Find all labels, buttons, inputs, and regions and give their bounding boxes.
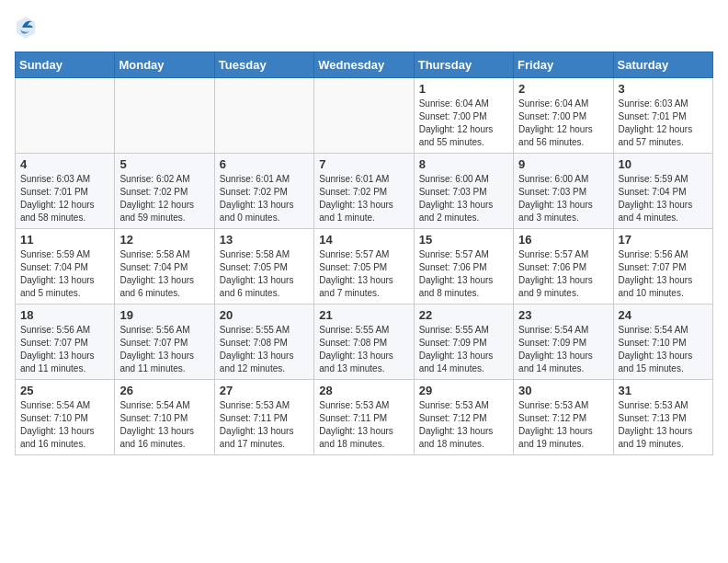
day-number: 23 — [518, 308, 608, 322]
calendar-cell: 15Sunrise: 5:57 AM Sunset: 7:06 PM Dayli… — [414, 229, 513, 304]
logo-icon — [15, 15, 37, 40]
day-number: 31 — [619, 384, 708, 397]
day-info: Sunrise: 6:01 AM Sunset: 7:02 PM Dayligh… — [319, 173, 408, 224]
day-number: 10 — [619, 157, 708, 171]
day-number: 12 — [119, 233, 209, 247]
calendar-cell: 17Sunrise: 5:56 AM Sunset: 7:07 PM Dayli… — [613, 229, 712, 304]
calendar-cell: 4Sunrise: 6:03 AM Sunset: 7:01 PM Daylig… — [16, 154, 115, 229]
calendar-cell: 14Sunrise: 5:57 AM Sunset: 7:05 PM Dayli… — [314, 229, 414, 304]
day-number: 2 — [518, 82, 608, 96]
calendar-cell: 9Sunrise: 6:00 AM Sunset: 7:03 PM Daylig… — [514, 154, 613, 229]
day-number: 5 — [119, 157, 209, 171]
day-info: Sunrise: 6:00 AM Sunset: 7:03 PM Dayligh… — [518, 173, 608, 224]
column-header-wednesday: Wednesday — [314, 52, 414, 78]
day-number: 8 — [419, 157, 508, 171]
day-number: 21 — [319, 308, 408, 322]
calendar-cell: 16Sunrise: 5:57 AM Sunset: 7:06 PM Dayli… — [514, 229, 613, 304]
day-number: 29 — [419, 384, 508, 397]
column-header-thursday: Thursday — [414, 52, 513, 78]
day-number: 24 — [619, 308, 708, 322]
day-info: Sunrise: 5:59 AM Sunset: 7:04 PM Dayligh… — [20, 248, 109, 300]
calendar-cell: 24Sunrise: 5:54 AM Sunset: 7:10 PM Dayli… — [613, 304, 712, 380]
day-number: 28 — [319, 384, 408, 397]
day-number: 14 — [319, 233, 408, 247]
day-info: Sunrise: 5:54 AM Sunset: 7:10 PM Dayligh… — [20, 399, 109, 451]
day-info: Sunrise: 6:03 AM Sunset: 7:01 PM Dayligh… — [20, 173, 109, 224]
calendar-cell: 19Sunrise: 5:56 AM Sunset: 7:07 PM Dayli… — [115, 304, 214, 380]
page-header — [15, 15, 713, 40]
column-header-sunday: Sunday — [16, 52, 115, 78]
day-number: 18 — [20, 308, 109, 322]
calendar-cell: 30Sunrise: 5:53 AM Sunset: 7:12 PM Dayli… — [514, 380, 613, 455]
calendar-cell: 3Sunrise: 6:03 AM Sunset: 7:01 PM Daylig… — [613, 78, 712, 154]
day-number: 22 — [419, 308, 508, 322]
calendar-cell: 5Sunrise: 6:02 AM Sunset: 7:02 PM Daylig… — [115, 154, 214, 229]
day-number: 6 — [220, 157, 309, 171]
day-info: Sunrise: 5:53 AM Sunset: 7:12 PM Dayligh… — [419, 399, 508, 451]
calendar-cell: 22Sunrise: 5:55 AM Sunset: 7:09 PM Dayli… — [414, 304, 513, 380]
calendar-cell — [214, 78, 313, 154]
day-info: Sunrise: 5:53 AM Sunset: 7:11 PM Dayligh… — [319, 399, 408, 451]
day-number: 19 — [119, 308, 209, 322]
day-info: Sunrise: 5:55 AM Sunset: 7:08 PM Dayligh… — [220, 324, 309, 375]
day-info: Sunrise: 5:55 AM Sunset: 7:09 PM Dayligh… — [419, 324, 508, 375]
day-number: 1 — [419, 82, 508, 96]
day-number: 9 — [518, 157, 608, 171]
day-info: Sunrise: 5:57 AM Sunset: 7:06 PM Dayligh… — [518, 248, 608, 300]
day-info: Sunrise: 5:56 AM Sunset: 7:07 PM Dayligh… — [619, 248, 708, 300]
week-row-4: 18Sunrise: 5:56 AM Sunset: 7:07 PM Dayli… — [16, 304, 713, 380]
day-info: Sunrise: 6:02 AM Sunset: 7:02 PM Dayligh… — [119, 173, 209, 224]
day-number: 4 — [20, 157, 109, 171]
day-number: 26 — [119, 384, 209, 397]
calendar-cell: 1Sunrise: 6:04 AM Sunset: 7:00 PM Daylig… — [414, 78, 513, 154]
week-row-3: 11Sunrise: 5:59 AM Sunset: 7:04 PM Dayli… — [16, 229, 713, 304]
calendar-cell — [16, 78, 115, 154]
calendar-cell: 18Sunrise: 5:56 AM Sunset: 7:07 PM Dayli… — [16, 304, 115, 380]
day-info: Sunrise: 6:01 AM Sunset: 7:02 PM Dayligh… — [220, 173, 309, 224]
day-info: Sunrise: 6:00 AM Sunset: 7:03 PM Dayligh… — [419, 173, 508, 224]
day-info: Sunrise: 5:53 AM Sunset: 7:13 PM Dayligh… — [619, 399, 708, 451]
calendar-cell — [314, 78, 414, 154]
day-info: Sunrise: 5:55 AM Sunset: 7:08 PM Dayligh… — [319, 324, 408, 375]
day-info: Sunrise: 5:58 AM Sunset: 7:05 PM Dayligh… — [220, 248, 309, 300]
calendar-cell: 10Sunrise: 5:59 AM Sunset: 7:04 PM Dayli… — [613, 154, 712, 229]
calendar-cell: 25Sunrise: 5:54 AM Sunset: 7:10 PM Dayli… — [16, 380, 115, 455]
day-number: 11 — [20, 233, 109, 247]
calendar-cell: 31Sunrise: 5:53 AM Sunset: 7:13 PM Dayli… — [613, 380, 712, 455]
day-info: Sunrise: 5:54 AM Sunset: 7:10 PM Dayligh… — [619, 324, 708, 375]
calendar-cell: 28Sunrise: 5:53 AM Sunset: 7:11 PM Dayli… — [314, 380, 414, 455]
calendar-cell — [115, 78, 214, 154]
day-number: 17 — [619, 233, 708, 247]
day-number: 30 — [518, 384, 608, 397]
day-number: 15 — [419, 233, 508, 247]
day-number: 3 — [619, 82, 708, 96]
calendar-cell: 29Sunrise: 5:53 AM Sunset: 7:12 PM Dayli… — [414, 380, 513, 455]
calendar-cell: 12Sunrise: 5:58 AM Sunset: 7:04 PM Dayli… — [115, 229, 214, 304]
day-info: Sunrise: 5:53 AM Sunset: 7:11 PM Dayligh… — [220, 399, 309, 451]
calendar-cell: 26Sunrise: 5:54 AM Sunset: 7:10 PM Dayli… — [115, 380, 214, 455]
day-info: Sunrise: 5:53 AM Sunset: 7:12 PM Dayligh… — [518, 399, 608, 451]
day-number: 25 — [20, 384, 109, 397]
day-info: Sunrise: 6:04 AM Sunset: 7:00 PM Dayligh… — [518, 98, 608, 149]
calendar-cell: 11Sunrise: 5:59 AM Sunset: 7:04 PM Dayli… — [16, 229, 115, 304]
day-info: Sunrise: 5:56 AM Sunset: 7:07 PM Dayligh… — [20, 324, 109, 375]
day-info: Sunrise: 5:59 AM Sunset: 7:04 PM Dayligh… — [619, 173, 708, 224]
calendar-cell: 21Sunrise: 5:55 AM Sunset: 7:08 PM Dayli… — [314, 304, 414, 380]
week-row-2: 4Sunrise: 6:03 AM Sunset: 7:01 PM Daylig… — [16, 154, 713, 229]
column-header-saturday: Saturday — [613, 52, 712, 78]
day-number: 20 — [220, 308, 309, 322]
column-header-friday: Friday — [514, 52, 613, 78]
calendar-cell: 6Sunrise: 6:01 AM Sunset: 7:02 PM Daylig… — [214, 154, 313, 229]
header-row: SundayMondayTuesdayWednesdayThursdayFrid… — [16, 52, 713, 78]
day-number: 27 — [220, 384, 309, 397]
week-row-1: 1Sunrise: 6:04 AM Sunset: 7:00 PM Daylig… — [16, 78, 713, 154]
day-info: Sunrise: 5:58 AM Sunset: 7:04 PM Dayligh… — [119, 248, 209, 300]
calendar: SundayMondayTuesdayWednesdayThursdayFrid… — [15, 52, 713, 455]
calendar-cell: 13Sunrise: 5:58 AM Sunset: 7:05 PM Dayli… — [214, 229, 313, 304]
day-info: Sunrise: 6:04 AM Sunset: 7:00 PM Dayligh… — [419, 98, 508, 149]
column-header-monday: Monday — [115, 52, 214, 78]
calendar-cell: 2Sunrise: 6:04 AM Sunset: 7:00 PM Daylig… — [514, 78, 613, 154]
day-number: 16 — [518, 233, 608, 247]
calendar-cell: 8Sunrise: 6:00 AM Sunset: 7:03 PM Daylig… — [414, 154, 513, 229]
day-info: Sunrise: 5:57 AM Sunset: 7:05 PM Dayligh… — [319, 248, 408, 300]
